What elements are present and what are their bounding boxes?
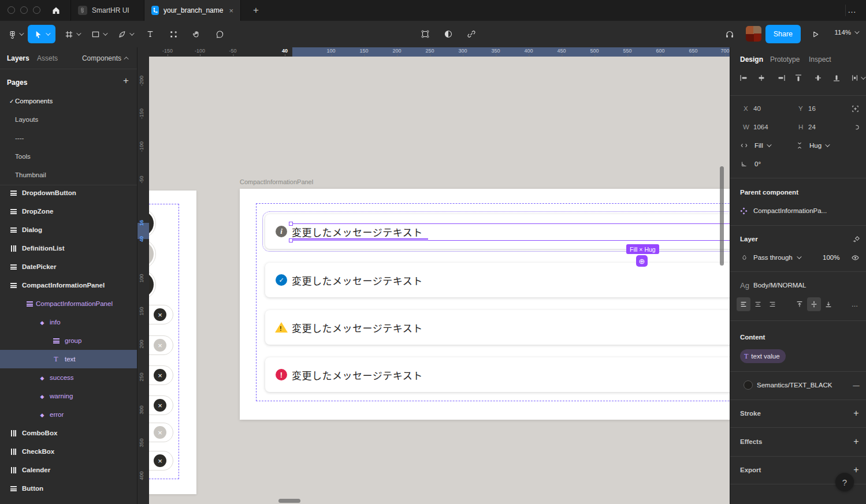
selection-handle-bottom-left[interactable]	[289, 238, 293, 242]
help-button[interactable]: ?	[835, 473, 854, 491]
layer-row[interactable]: CheckBox	[0, 442, 137, 461]
tidy-up-icon[interactable]	[850, 69, 864, 87]
layer-row[interactable]: info	[0, 313, 137, 331]
resources-tool-button[interactable]	[165, 25, 181, 43]
tab-inspect[interactable]: Inspect	[809, 50, 831, 69]
rotation-input[interactable]: 0°	[755, 155, 761, 173]
layer-row[interactable]: ComboBox	[0, 424, 137, 442]
share-button[interactable]: Share	[765, 25, 801, 43]
page-item[interactable]: Thumbnail	[0, 166, 137, 184]
shape-tool-button[interactable]	[87, 25, 111, 43]
user-avatar[interactable]	[746, 26, 761, 42]
present-button[interactable]	[807, 25, 823, 43]
page-item[interactable]: Tools	[0, 147, 137, 166]
height-input[interactable]: 24	[808, 118, 816, 136]
audio-call-button[interactable]	[722, 25, 738, 43]
create-link-button[interactable]	[463, 25, 480, 43]
vertical-ruler[interactable]: -200-150-100-501640100150200250300350400	[137, 57, 149, 504]
text-align-left-button[interactable]	[737, 297, 750, 311]
align-top-icon[interactable]	[794, 69, 803, 87]
zoom-menu[interactable]: 114%	[834, 29, 858, 36]
layer-row[interactable]: DropZone	[0, 202, 137, 221]
pen-tool-button[interactable]	[113, 25, 137, 43]
horizontal-resizing-select[interactable]: Fill	[755, 136, 770, 155]
add-page-button[interactable]: +	[123, 75, 129, 87]
window-zoom-button[interactable]	[33, 6, 40, 14]
blend-mode-select[interactable]: Pass through	[753, 248, 800, 267]
opacity-input[interactable]: 100%	[823, 248, 839, 267]
new-tab-button[interactable]: +	[248, 3, 263, 18]
text-align-top-button[interactable]	[793, 297, 806, 311]
fill-row[interactable]: Semantics/TEXT_BLACK —	[730, 376, 866, 394]
frame-title[interactable]: CompactInformationPanel	[240, 178, 313, 185]
more-options-icon[interactable]: …	[844, 1, 860, 18]
mask-button[interactable]	[440, 25, 456, 43]
window-minimize-button[interactable]	[20, 6, 28, 14]
tab-prototype[interactable]: Prototype	[770, 50, 800, 69]
layer-row[interactable]: Calender	[0, 461, 137, 479]
fill-color-swatch[interactable]	[744, 380, 753, 390]
tab-design[interactable]: Design	[740, 50, 763, 69]
comment-tool-button[interactable]	[211, 25, 228, 43]
text-style-row[interactable]: Ag Body/M/NORMAL	[730, 276, 866, 294]
layer-row[interactable]: Dialog	[0, 221, 137, 239]
page-item[interactable]: ----	[0, 129, 137, 147]
align-bottom-icon[interactable]	[832, 69, 841, 87]
text-align-right-button[interactable]	[765, 297, 779, 311]
constrain-proportions-icon[interactable]	[849, 118, 861, 136]
horizontal-ruler[interactable]: -150-100-5040100150200250300350400450500…	[149, 47, 730, 57]
layer-row[interactable]: DatePicker	[0, 257, 137, 276]
file-tab-smarthr-ui[interactable]: SmartHR UI	[70, 0, 143, 21]
layer-row[interactable]: group	[0, 331, 137, 350]
remove-fill-button[interactable]: —	[850, 376, 862, 394]
main-menu-button[interactable]	[5, 25, 25, 43]
visibility-eye-icon[interactable]	[849, 248, 861, 267]
text-align-bottom-button[interactable]	[822, 297, 835, 311]
constraints-icon[interactable]	[849, 99, 861, 118]
close-tab-icon[interactable]: ×	[229, 6, 233, 15]
branch-tab-active[interactable]: your_branch_name ×	[144, 0, 241, 21]
tab-layers[interactable]: Layers	[7, 47, 29, 69]
align-right-icon[interactable]	[777, 69, 786, 87]
layer-row[interactable]: CompactInformationPanel	[0, 294, 137, 313]
align-left-icon[interactable]	[739, 69, 748, 87]
text-align-middle-button[interactable]	[807, 297, 821, 311]
add-effect-button[interactable]: +	[850, 432, 862, 451]
align-vertical-centers-icon[interactable]	[813, 69, 823, 87]
width-input[interactable]: 1064	[753, 118, 768, 136]
home-button[interactable]	[49, 3, 64, 17]
vertical-resizing-select[interactable]: Hug	[809, 136, 828, 155]
move-tool-button[interactable]	[28, 25, 55, 43]
layer-row[interactable]: error	[0, 405, 137, 424]
edit-object-button[interactable]	[417, 25, 433, 43]
layer-row[interactable]: DropdownButton	[0, 184, 137, 202]
auto-layout-icon[interactable]: ⊕	[636, 255, 648, 267]
text-tool-button[interactable]	[142, 25, 158, 43]
page-item[interactable]: ✓Components	[0, 92, 137, 110]
layer-row[interactable]: warning	[0, 387, 137, 405]
hand-tool-button[interactable]	[188, 25, 205, 43]
layer-row[interactable]: DefinitionList	[0, 239, 137, 257]
align-horizontal-centers-icon[interactable]	[757, 69, 766, 87]
frame-tool-button[interactable]	[60, 25, 84, 43]
selection-handle-top-left[interactable]	[289, 222, 293, 226]
page-switcher[interactable]: Components	[82, 47, 129, 69]
window-close-button[interactable]	[8, 6, 15, 14]
tab-assets[interactable]: Assets	[37, 47, 58, 69]
layer-row[interactable]: CompactInformationPanel	[0, 276, 137, 294]
content-text-property[interactable]: T text value	[740, 349, 786, 363]
canvas[interactable]: ××××××××× CompactInformationPanel i変更したメ…	[149, 57, 730, 504]
text-align-center-button[interactable]	[751, 297, 765, 311]
y-input[interactable]: 16	[808, 99, 816, 118]
type-details-button[interactable]: …	[849, 295, 861, 313]
canvas-vertical-scrollbar[interactable]	[720, 166, 724, 266]
page-item[interactable]: Layouts	[0, 110, 137, 129]
layer-row[interactable]: Button	[0, 479, 137, 498]
parent-component-row[interactable]: CompactInformationPa...	[730, 201, 866, 220]
layer-select-icon[interactable]	[850, 230, 862, 248]
x-input[interactable]: 40	[753, 99, 761, 118]
layer-row[interactable]: success	[0, 368, 137, 387]
add-stroke-button[interactable]: +	[850, 404, 862, 423]
canvas-horizontal-scrollbar[interactable]	[278, 499, 300, 503]
layer-row[interactable]: text	[0, 350, 137, 368]
